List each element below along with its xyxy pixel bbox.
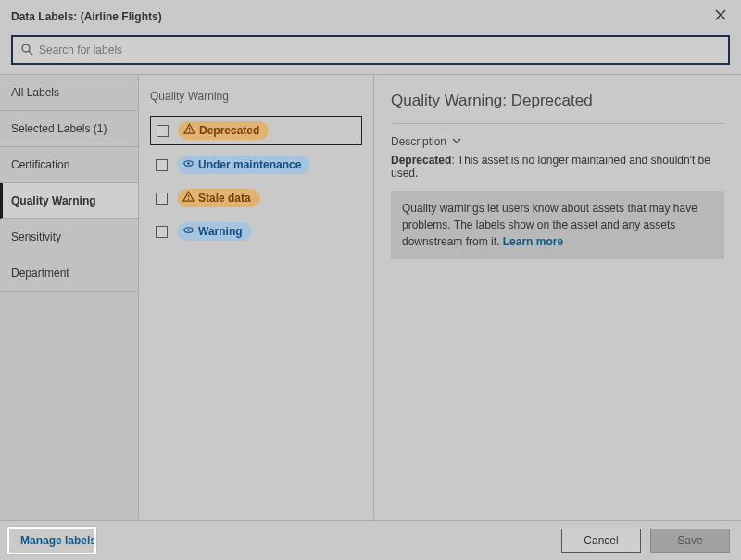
close-button[interactable] xyxy=(711,7,730,26)
description-label: Description xyxy=(391,135,446,148)
label-text: Deprecated xyxy=(199,124,259,137)
label-chip: Warning xyxy=(177,222,252,241)
sidebar-item-department[interactable]: Department xyxy=(0,255,138,292)
dialog-title: Data Labels: (Airline Flights) xyxy=(11,10,162,23)
sidebar-item-label: Quality Warning xyxy=(11,194,96,207)
label-list-panel: Quality Warning Deprecated Under mainten… xyxy=(139,75,374,520)
eye-icon xyxy=(182,157,195,172)
svg-point-7 xyxy=(188,199,189,200)
chevron-down-icon xyxy=(452,135,461,148)
search-input[interactable] xyxy=(33,44,721,56)
sidebar-item-label: Selected Labels (1) xyxy=(11,122,107,135)
svg-point-0 xyxy=(22,44,30,52)
description-toggle[interactable]: Description xyxy=(391,135,724,148)
svg-point-9 xyxy=(187,229,189,230)
label-row-under-maintenance[interactable]: Under maintenance xyxy=(150,151,362,179)
sidebar-item-label: All Labels xyxy=(11,86,59,99)
sidebar-item-label: Sensitivity xyxy=(11,230,61,243)
hint-box: Quality warnings let users know about as… xyxy=(391,191,724,259)
checkbox[interactable] xyxy=(157,125,169,137)
description-text: Deprecated: This asset is no longer main… xyxy=(391,154,724,180)
detail-title: Quality Warning: Deprecated xyxy=(391,92,724,110)
sidebar-item-sensitivity[interactable]: Sensitivity xyxy=(0,219,138,255)
description-term: Deprecated xyxy=(391,154,451,167)
label-chip: Deprecated xyxy=(178,121,269,140)
sidebar-item-label: Certification xyxy=(11,158,69,171)
sidebar-item-certification[interactable]: Certification xyxy=(0,147,138,183)
svg-point-3 xyxy=(189,131,190,132)
divider xyxy=(391,123,724,124)
save-button[interactable]: Save xyxy=(650,529,730,553)
checkbox[interactable] xyxy=(156,159,168,171)
search-box[interactable] xyxy=(11,35,730,65)
sidebar-item-label: Department xyxy=(11,267,69,280)
checkbox[interactable] xyxy=(156,226,168,238)
label-row-warning[interactable]: Warning xyxy=(150,218,362,245)
cancel-button[interactable]: Cancel xyxy=(561,529,641,553)
svg-line-1 xyxy=(29,51,32,55)
manage-labels-link[interactable]: Manage labels xyxy=(11,529,106,553)
svg-point-5 xyxy=(187,162,189,164)
warning-triangle-icon xyxy=(183,123,195,138)
label-row-deprecated[interactable]: Deprecated xyxy=(150,116,362,145)
label-chip: Under maintenance xyxy=(177,156,310,174)
label-row-stale-data[interactable]: Stale data xyxy=(150,184,362,212)
label-text: Stale data xyxy=(198,192,251,205)
sidebar-item-all-labels[interactable]: All Labels xyxy=(0,75,138,111)
label-text: Warning xyxy=(198,225,243,238)
warning-triangle-icon xyxy=(182,191,195,205)
search-icon xyxy=(20,43,33,58)
close-icon xyxy=(714,8,727,25)
label-list-title: Quality Warning xyxy=(150,90,362,103)
sidebar: All Labels Selected Labels (1) Certifica… xyxy=(0,75,139,520)
sidebar-item-quality-warning[interactable]: Quality Warning xyxy=(0,183,138,219)
sidebar-item-selected-labels[interactable]: Selected Labels (1) xyxy=(0,111,138,147)
detail-panel: Quality Warning: Deprecated Description … xyxy=(374,75,741,520)
learn-more-link[interactable]: Learn more xyxy=(503,235,563,248)
label-text: Under maintenance xyxy=(198,158,301,171)
label-chip: Stale data xyxy=(177,189,260,207)
checkbox[interactable] xyxy=(156,193,168,205)
eye-icon xyxy=(182,224,195,239)
